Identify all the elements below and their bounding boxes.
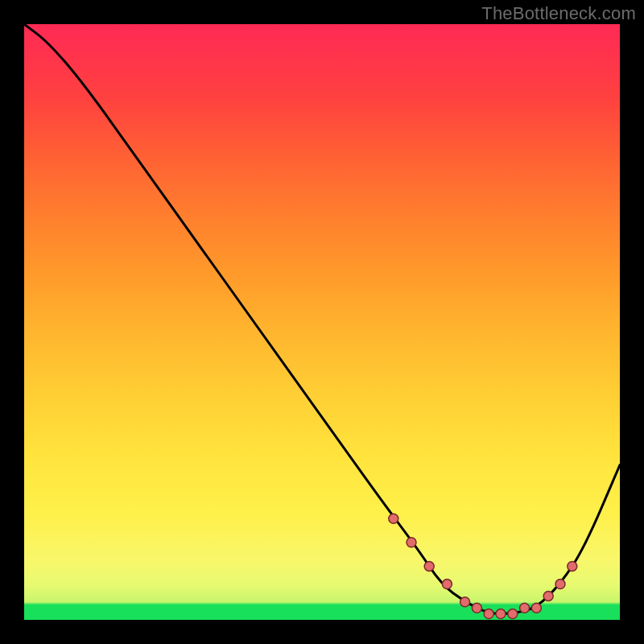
chart-frame: TheBottleneck.com [0, 0, 644, 644]
highlight-dot [472, 603, 481, 613]
highlight-dot [407, 538, 416, 547]
highlight-dot [442, 580, 452, 589]
watermark-text: TheBottleneck.com [481, 3, 636, 24]
bottleneck-curve [24, 24, 620, 614]
highlight-dot [520, 603, 530, 613]
chart-plot-area [24, 24, 620, 620]
chart-svg [24, 24, 620, 620]
highlight-dot [568, 561, 577, 571]
highlight-dot [531, 603, 541, 613]
highlight-dot [484, 609, 493, 619]
highlight-dot [555, 580, 565, 589]
highlight-dot [424, 561, 434, 571]
highlight-dot [543, 591, 553, 601]
highlight-dot [460, 597, 470, 607]
highlight-dot [508, 609, 518, 619]
highlight-dot [496, 609, 506, 619]
highlight-dot [389, 514, 398, 523]
highlight-dots [389, 514, 577, 618]
